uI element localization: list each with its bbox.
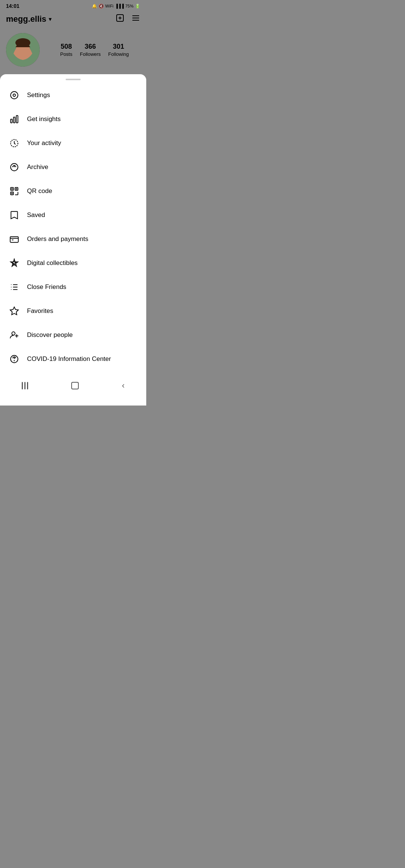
avatar-image (6, 33, 40, 67)
menu-list: Settings Get insights Your activity (0, 83, 146, 375)
following-label: Following (108, 51, 129, 57)
svg-rect-31 (10, 237, 18, 242)
qrcode-icon (9, 186, 20, 196)
status-icons: 🔔 🔇 WiFi ▐▐▐ 75% 🔋 (92, 4, 140, 9)
svg-point-42 (12, 332, 15, 335)
avatar[interactable] (6, 33, 40, 67)
svg-marker-39 (11, 287, 12, 287)
bottom-sheet: Settings Get insights Your activity (0, 74, 146, 406)
posts-label: Posts (60, 51, 72, 57)
closefriends-label: Close Friends (27, 283, 66, 291)
username-text: megg.ellis (6, 14, 46, 24)
status-time: 14:01 (6, 3, 20, 9)
favorites-icon (9, 306, 20, 316)
status-bar: 14:01 🔔 🔇 WiFi ▐▐▐ 75% 🔋 (0, 0, 146, 10)
posts-stat[interactable]: 508 Posts (60, 43, 72, 57)
svg-rect-24 (11, 193, 12, 194)
saved-icon (9, 210, 20, 220)
discover-icon (9, 330, 20, 340)
archive-icon (9, 162, 20, 172)
svg-rect-16 (16, 115, 18, 123)
menu-item-closefriends[interactable]: Close Friends (0, 275, 146, 299)
stats-container: 508 Posts 366 Followers 301 Following (49, 43, 140, 57)
archive-label: Archive (27, 163, 48, 171)
svg-rect-14 (10, 119, 12, 123)
alarm-icon: 🔔 (92, 4, 97, 9)
orders-icon (9, 234, 20, 244)
svg-rect-23 (16, 188, 17, 189)
saved-label: Saved (27, 211, 45, 219)
battery-label: 75% (125, 4, 134, 8)
header: megg.ellis ▾ (0, 10, 146, 29)
settings-icon (9, 90, 20, 100)
posts-count: 508 (61, 43, 72, 51)
svg-marker-41 (10, 307, 18, 315)
settings-label: Settings (27, 91, 50, 99)
qrcode-label: QR code (27, 187, 52, 195)
menu-item-saved[interactable]: Saved (0, 203, 146, 227)
nav-back-button[interactable]: ‹ (116, 379, 130, 392)
menu-item-orders[interactable]: Orders and payments (0, 227, 146, 251)
sheet-handle-row (0, 74, 146, 83)
menu-item-covid[interactable]: COVID-19 Information Center (0, 347, 146, 371)
followers-count: 366 (85, 43, 96, 51)
activity-icon (9, 138, 20, 148)
menu-item-insights[interactable]: Get insights (0, 107, 146, 131)
svg-marker-38 (11, 284, 12, 285)
covid-label: COVID-19 Information Center (27, 355, 111, 363)
svg-rect-15 (14, 117, 15, 123)
menu-item-favorites[interactable]: Favorites (0, 299, 146, 323)
new-post-button[interactable] (116, 13, 124, 25)
svg-point-13 (13, 94, 16, 97)
menu-item-settings[interactable]: Settings (0, 83, 146, 107)
discover-label: Discover people (27, 331, 73, 339)
battery-icon: 🔋 (135, 4, 140, 9)
menu-item-collectibles[interactable]: Digital collectibles (0, 251, 146, 275)
collectibles-icon (9, 258, 20, 268)
svg-point-46 (14, 361, 14, 361)
nav-home-button[interactable] (65, 380, 85, 391)
home-icon (71, 382, 79, 389)
svg-marker-40 (11, 289, 12, 290)
wifi-icon: WiFi (105, 4, 114, 8)
orders-label: Orders and payments (27, 235, 88, 243)
sheet-handle (66, 79, 81, 80)
covid-icon (9, 354, 20, 364)
menu-item-activity[interactable]: Your activity (0, 131, 146, 155)
followers-label: Followers (80, 51, 101, 57)
svg-point-12 (10, 91, 18, 99)
header-icons (116, 13, 140, 25)
signal-icon: ▐▐▐ (115, 4, 124, 8)
nav-recents-button[interactable] (16, 380, 34, 391)
insights-label: Get insights (27, 115, 61, 123)
username-area[interactable]: megg.ellis ▾ (6, 14, 51, 24)
chevron-down-icon: ▾ (49, 16, 51, 22)
back-icon: ‹ (122, 381, 124, 390)
nav-bar: ‹ (0, 375, 146, 398)
favorites-label: Favorites (27, 307, 53, 315)
followers-stat[interactable]: 366 Followers (80, 43, 101, 57)
recents-icon (22, 382, 28, 389)
activity-label: Your activity (27, 139, 61, 147)
following-count: 301 (113, 43, 124, 51)
profile-section: 508 Posts 366 Followers 301 Following (0, 29, 146, 74)
menu-item-qrcode[interactable]: QR code (0, 179, 146, 203)
following-stat[interactable]: 301 Following (108, 43, 129, 57)
svg-rect-22 (11, 188, 12, 189)
menu-item-archive[interactable]: Archive (0, 155, 146, 179)
collectibles-label: Digital collectibles (27, 259, 78, 267)
insights-icon (9, 114, 20, 124)
menu-button[interactable] (131, 13, 140, 25)
mute-icon: 🔇 (99, 4, 104, 9)
closefriends-icon (9, 282, 20, 292)
menu-item-discover[interactable]: Discover people (0, 323, 146, 347)
